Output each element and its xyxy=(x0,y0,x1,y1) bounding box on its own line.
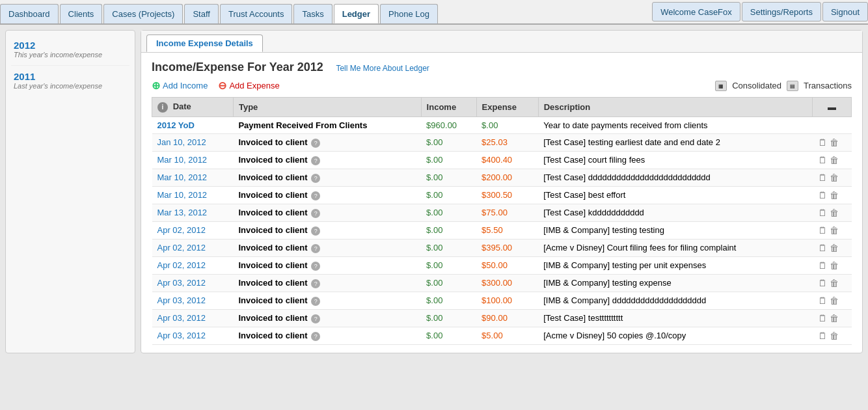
nav-right-signout[interactable]: Signout xyxy=(822,2,868,21)
date-link[interactable]: Mar 10, 2012 xyxy=(157,172,208,182)
date-link[interactable]: Mar 10, 2012 xyxy=(157,155,208,165)
th-description: Description xyxy=(538,98,812,117)
expense-value: $50.00 xyxy=(481,260,508,270)
question-badge[interactable]: ? xyxy=(311,279,320,288)
table-row: Mar 10, 2012 Invoiced to client ? $.00 $… xyxy=(152,186,852,204)
collapse-icon[interactable]: ▬ xyxy=(828,102,836,112)
consolidated-icon[interactable]: ▦ xyxy=(715,81,727,91)
question-badge[interactable]: ? xyxy=(311,332,320,341)
question-badge[interactable]: ? xyxy=(311,156,320,165)
tab-income-expense[interactable]: Income Expense Details xyxy=(146,34,263,52)
nav-tab-tasks[interactable]: Tasks xyxy=(293,4,332,23)
edit-icon[interactable]: 🗒 xyxy=(818,331,827,341)
cell-expense: $90.00 xyxy=(476,309,538,327)
cell-actions xyxy=(813,116,852,133)
date-link[interactable]: Mar 10, 2012 xyxy=(157,190,208,200)
table-row: Mar 10, 2012 Invoiced to client ? $.00 $… xyxy=(152,151,852,169)
income-value: $.00 xyxy=(426,137,442,147)
consolidated-button[interactable]: Consolidated xyxy=(732,81,781,90)
date-link[interactable]: Apr 03, 2012 xyxy=(157,331,206,340)
nav-tab-staff[interactable]: Staff xyxy=(184,4,219,23)
edit-icon[interactable]: 🗒 xyxy=(818,278,827,288)
type-label: Payment Received From Clients xyxy=(238,120,367,130)
sidebar-year-2011[interactable]: 2011 Last year's income/expense xyxy=(11,65,129,94)
delete-icon[interactable]: 🗑 xyxy=(830,190,839,200)
edit-icon[interactable]: 🗒 xyxy=(818,172,827,183)
delete-icon[interactable]: 🗑 xyxy=(830,295,839,306)
table-row: Apr 02, 2012 Invoiced to client ? $.00 $… xyxy=(152,239,852,256)
tell-me-more-link[interactable]: Tell Me More About Ledger xyxy=(336,64,429,73)
nav-right-settings-reports[interactable]: Settings/Reports xyxy=(742,2,821,21)
date-link[interactable]: Apr 02, 2012 xyxy=(157,260,206,270)
edit-icon[interactable]: 🗒 xyxy=(818,190,827,200)
question-badge[interactable]: ? xyxy=(311,262,320,271)
nav-tab-ledger[interactable]: Ledger xyxy=(334,4,379,23)
date-link[interactable]: Apr 03, 2012 xyxy=(157,278,206,288)
cell-income: $.00 xyxy=(421,239,476,256)
edit-icon[interactable]: 🗒 xyxy=(818,295,827,306)
edit-icon[interactable]: 🗒 xyxy=(818,137,827,148)
date-link[interactable]: Apr 03, 2012 xyxy=(157,313,206,323)
date-link[interactable]: Apr 02, 2012 xyxy=(157,243,206,253)
edit-icon[interactable]: 🗒 xyxy=(818,208,827,218)
edit-icon[interactable]: 🗒 xyxy=(818,260,827,271)
edit-icon[interactable]: 🗒 xyxy=(818,243,827,253)
nav-tab-trust-accounts[interactable]: Trust Accounts xyxy=(220,4,293,23)
sidebar-year-label: 2012 xyxy=(14,40,127,51)
date-link[interactable]: 2012 YoD xyxy=(157,120,195,130)
sidebar-year-2012[interactable]: 2012 This year's income/expense xyxy=(11,36,129,62)
question-badge[interactable]: ? xyxy=(311,244,320,253)
th-actions: ▬ xyxy=(813,98,852,117)
type-label: Invoiced to client xyxy=(238,331,310,340)
delete-icon[interactable]: 🗑 xyxy=(830,243,839,253)
nav-tab-clients[interactable]: Clients xyxy=(60,4,103,23)
cell-actions: 🗒 🗑 xyxy=(813,133,852,151)
nav-tab-phone-log[interactable]: Phone Log xyxy=(380,4,438,23)
delete-icon[interactable]: 🗑 xyxy=(830,137,839,148)
question-badge[interactable]: ? xyxy=(311,314,320,323)
question-badge[interactable]: ? xyxy=(311,174,320,183)
delete-icon[interactable]: 🗑 xyxy=(830,155,839,165)
nav-right-welcome-casefox[interactable]: Welcome CaseFox xyxy=(652,2,740,21)
edit-icon[interactable]: 🗒 xyxy=(818,225,827,236)
add-income-button[interactable]: ⊕ Add Income xyxy=(152,79,208,92)
question-badge[interactable]: ? xyxy=(311,297,320,306)
date-link[interactable]: Apr 03, 2012 xyxy=(157,295,206,305)
edit-icon[interactable]: 🗒 xyxy=(818,155,827,165)
expense-value: $300.00 xyxy=(481,278,512,288)
table-row: Apr 03, 2012 Invoiced to client ? $.00 $… xyxy=(152,292,852,309)
question-badge[interactable]: ? xyxy=(311,209,320,218)
expense-value: $395.00 xyxy=(481,243,512,253)
question-badge[interactable]: ? xyxy=(311,191,320,200)
sidebar-year-label: 2011 xyxy=(14,71,127,82)
cell-actions: 🗒 🗑 xyxy=(813,204,852,221)
date-link[interactable]: Jan 10, 2012 xyxy=(157,137,206,147)
transactions-icon[interactable]: ▤ xyxy=(787,81,798,91)
th-expense: Expense xyxy=(476,98,538,117)
delete-icon[interactable]: 🗑 xyxy=(830,331,839,341)
delete-icon[interactable]: 🗑 xyxy=(830,260,839,271)
add-expense-button[interactable]: ⊖ Add Expense xyxy=(218,79,279,92)
question-badge[interactable]: ? xyxy=(311,139,320,148)
question-badge[interactable]: ? xyxy=(311,226,320,236)
nav-tab-cases--projects-[interactable]: Cases (Projects) xyxy=(103,4,183,23)
transactions-button[interactable]: Transactions xyxy=(804,81,852,90)
cell-income: $.00 xyxy=(421,186,476,204)
panel-title: Income/Expense For Year 2012 xyxy=(152,61,323,74)
delete-icon[interactable]: 🗑 xyxy=(830,313,839,323)
date-link[interactable]: Mar 13, 2012 xyxy=(157,208,208,217)
delete-icon[interactable]: 🗑 xyxy=(830,172,839,183)
cell-description: [Test Case] kddddddddddd xyxy=(538,204,812,221)
cell-type: Invoiced to client ? xyxy=(233,292,421,309)
table-row: Apr 02, 2012 Invoiced to client ? $.00 $… xyxy=(152,221,852,239)
delete-icon[interactable]: 🗑 xyxy=(830,208,839,218)
delete-icon[interactable]: 🗑 xyxy=(830,225,839,236)
cell-date: Mar 10, 2012 xyxy=(152,186,234,204)
delete-icon[interactable]: 🗑 xyxy=(830,278,839,288)
income-value: $.00 xyxy=(426,155,442,165)
date-link[interactable]: Apr 02, 2012 xyxy=(157,225,206,235)
nav-tab-dashboard[interactable]: Dashboard xyxy=(0,4,59,23)
edit-icon[interactable]: 🗒 xyxy=(818,313,827,323)
table-row: Mar 13, 2012 Invoiced to client ? $.00 $… xyxy=(152,204,852,221)
info-icon[interactable]: i xyxy=(157,102,168,113)
